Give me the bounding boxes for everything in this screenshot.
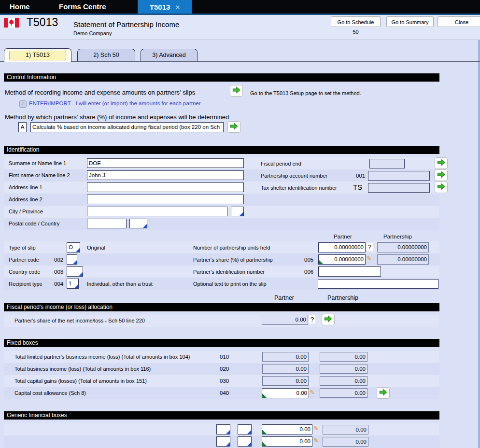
surname-label: Surname or Name line 1 bbox=[9, 160, 66, 166]
generic-partner-field[interactable]: 0.00 bbox=[262, 424, 312, 434]
net-income-share-label: Partner's share of the net income/loss -… bbox=[14, 318, 145, 323]
address2-label: Address line 2 bbox=[9, 196, 42, 202]
generic-box-number-dropdown[interactable] bbox=[216, 436, 230, 447]
optional-text-label: Optional text to print on the slip bbox=[193, 281, 267, 287]
row-stripe bbox=[4, 218, 439, 230]
top-tab-bar: Home Forms Centre T5013 × bbox=[0, 0, 480, 14]
section-fixed-boxes: Fixed boxes bbox=[4, 339, 439, 347]
generic-box-code-dropdown[interactable] bbox=[238, 424, 252, 434]
goto-setup-button[interactable] bbox=[230, 85, 243, 97]
calculated-triangle-icon bbox=[319, 260, 323, 264]
city-field[interactable] bbox=[87, 207, 227, 216]
partner-share-field[interactable]: 0.00000000 bbox=[318, 254, 366, 265]
generic-box-code-dropdown[interactable] bbox=[238, 436, 252, 447]
province-dropdown[interactable] bbox=[231, 207, 244, 216]
green-arrow-icon bbox=[232, 86, 240, 95]
address2-field[interactable] bbox=[87, 195, 244, 204]
goto-tax-shelter-button[interactable] bbox=[435, 182, 448, 193]
close-button[interactable]: Close bbox=[438, 16, 480, 27]
generic-partner-field[interactable]: 0.00 bbox=[262, 436, 312, 447]
optional-text-field[interactable] bbox=[318, 279, 438, 289]
box-010-partner-value: 0.00 bbox=[262, 352, 309, 362]
form-tab-advanced[interactable]: 3) Advanced bbox=[141, 49, 198, 61]
firstname-field[interactable] bbox=[87, 170, 244, 180]
doc-tab-label: T5013 bbox=[150, 3, 170, 11]
share-method-label: Method by which partners' share (%) of i… bbox=[5, 113, 229, 121]
type-of-slip-desc: Original bbox=[87, 245, 105, 251]
goto-fiscal-period-button[interactable] bbox=[435, 157, 448, 169]
box-040-partnership-value: 0.00 bbox=[320, 388, 367, 398]
box-code-001: 001 bbox=[356, 173, 365, 179]
enter-import-checkbox[interactable]: ✓ bbox=[19, 100, 27, 108]
tab-t5013-document[interactable]: T5013 × bbox=[138, 0, 192, 14]
calculated-triangle-icon bbox=[262, 393, 267, 398]
help-icon[interactable]: ? bbox=[309, 315, 315, 323]
type-of-slip-dropdown[interactable]: O bbox=[67, 242, 80, 252]
address1-field[interactable] bbox=[87, 182, 244, 192]
green-arrow-icon bbox=[324, 315, 332, 324]
calculated-triangle-icon bbox=[262, 430, 267, 434]
box-020-partnership-value: 0.00 bbox=[320, 364, 367, 374]
partnership-column-header: Partnership bbox=[383, 234, 412, 239]
close-tab-icon[interactable]: × bbox=[175, 3, 180, 11]
method-desc-field[interactable]: Calculate % based on income allocated du… bbox=[30, 122, 224, 132]
firstname-label: First name or Name line 2 bbox=[9, 172, 70, 178]
box-040-partner-field[interactable]: 0.00 bbox=[262, 388, 309, 398]
form-tab-sch50[interactable]: 2) Sch 50 bbox=[77, 49, 135, 61]
surname-field[interactable] bbox=[87, 158, 244, 168]
green-arrow-icon bbox=[437, 171, 445, 180]
fiscal-period-end-field bbox=[369, 159, 405, 168]
help-icon[interactable]: ? bbox=[367, 243, 373, 251]
partner-code-dropdown[interactable] bbox=[67, 254, 77, 265]
units-held-partnership-value: 0.00000000 bbox=[377, 242, 429, 252]
country-dropdown[interactable] bbox=[129, 219, 147, 228]
form-tab-t5013[interactable]: 1) T5013 bbox=[4, 48, 71, 62]
recipient-type-dropdown[interactable]: 1 bbox=[67, 279, 79, 289]
box-020-partner-value: 0.00 bbox=[262, 364, 309, 374]
calculated-triangle-icon bbox=[262, 442, 267, 446]
checkmark-icon: ✓ bbox=[21, 101, 25, 106]
canada-flag-icon bbox=[4, 18, 19, 29]
override-pencil-icon: ✎ bbox=[313, 437, 319, 444]
country-code-label: Country code bbox=[9, 269, 40, 275]
tabstrip-divider bbox=[0, 61, 480, 62]
form-title: Statement of Partnership Income bbox=[73, 20, 179, 28]
recipient-type-label: Recipient type bbox=[9, 281, 42, 287]
partner-id-field[interactable] bbox=[318, 266, 381, 277]
green-arrow-icon bbox=[437, 183, 445, 192]
country-code-dropdown[interactable] bbox=[67, 266, 83, 277]
window-right-edge bbox=[478, 40, 480, 448]
net-income-share-value: 0.00 bbox=[262, 315, 308, 325]
box-code-006: 006 bbox=[304, 269, 313, 275]
generic-box-number-dropdown[interactable] bbox=[216, 424, 230, 434]
box-010-partnership-value: 0.00 bbox=[320, 352, 367, 362]
section-identification: Identification bbox=[4, 146, 439, 154]
type-of-slip-label: Type of slip bbox=[9, 245, 36, 251]
goto-allocation-button[interactable] bbox=[322, 314, 335, 325]
override-pencil-icon: ✎ bbox=[310, 389, 315, 396]
enter-import-label: ENTER/IMPORT - I will enter (or import) … bbox=[29, 100, 201, 106]
goto-cca-button[interactable] bbox=[377, 387, 390, 399]
goto-method-button[interactable] bbox=[227, 121, 240, 133]
goto-schedule50-button[interactable]: Go to Schedule 50 bbox=[331, 16, 381, 27]
box-code-003: 003 bbox=[54, 269, 63, 275]
box-030-partner-value: 0.00 bbox=[262, 376, 309, 386]
postal-country-label: Postal code / Country bbox=[9, 221, 59, 226]
units-held-field[interactable]: 0.00000000 bbox=[318, 242, 366, 252]
setup-hint-text: Go to the T5013 Setup page to set the me… bbox=[250, 90, 361, 96]
method-of-recording-label: Method of recording income and expense a… bbox=[5, 89, 195, 96]
box-code-004: 004 bbox=[54, 281, 63, 287]
override-pencil-icon: ✎ bbox=[313, 425, 319, 432]
goto-summary-button[interactable]: Go to Summary bbox=[386, 16, 434, 27]
tab-forms-centre[interactable]: Forms Centre bbox=[59, 2, 106, 11]
goto-account-button[interactable] bbox=[435, 169, 448, 181]
method-code-field[interactable]: A bbox=[18, 122, 27, 132]
box-code-040: 040 bbox=[220, 390, 229, 396]
tab-home[interactable]: Home bbox=[10, 2, 30, 11]
section-control-information: Control Information bbox=[4, 73, 439, 82]
box-code-002: 002 bbox=[54, 257, 63, 263]
dropdown-triangle-icon bbox=[74, 284, 78, 288]
tax-shelter-label: Tax shelter identification number bbox=[261, 185, 337, 191]
city-province-label: City / Province bbox=[9, 209, 43, 214]
postal-field[interactable] bbox=[87, 219, 127, 228]
